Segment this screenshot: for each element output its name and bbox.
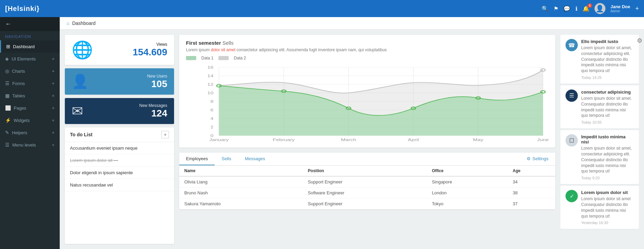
- col-position: Position: [303, 166, 427, 176]
- tabs-card: Employees Sells Messages ⚙ Settings Name: [179, 153, 555, 209]
- bell-icon[interactable]: 🔔 4: [583, 5, 589, 12]
- cell-age: 34: [507, 176, 555, 188]
- helpers-icon: ✎: [5, 130, 9, 135]
- avatar[interactable]: 👤: [595, 3, 605, 14]
- chart-legend: Data 1 Data 2: [186, 56, 548, 60]
- app-body: ← Navigation ⊞ Dashboard ◈ UI Elements +…: [0, 17, 644, 249]
- sidebar-item-left: ⊞ Dashboard: [6, 44, 35, 49]
- sidebar-item-label: Widgets: [14, 118, 30, 123]
- home-icon: ⌂: [67, 20, 69, 26]
- info-icon[interactable]: ℹ: [575, 5, 577, 12]
- todo-item: Dolor eligendi in ipsum sapiente: [65, 167, 174, 179]
- sidebar-item-tables[interactable]: ▦ Tables +: [0, 89, 60, 102]
- sidebar-item-label: Dashboard: [13, 44, 35, 49]
- forms-icon: ☰: [5, 81, 10, 86]
- chart-title: First semester Sells: [186, 40, 548, 46]
- plus-icon: +: [52, 130, 55, 135]
- sidebar-item-helpers[interactable]: ✎ Helpers +: [0, 126, 60, 139]
- sidebar-item-left: ⚡ Widgets: [5, 117, 30, 123]
- todo-item: Lorem ipsum dolor sit —: [65, 154, 174, 167]
- employees-table: Name Position Office Age Olivia Liang Su…: [179, 166, 555, 209]
- table-row: Sakura Yamamoto Support Engineer Tokyo 3…: [179, 198, 555, 209]
- plus-icon: +: [52, 117, 55, 123]
- sidebar-item-left: ☰ Menu levels: [5, 142, 36, 148]
- svg-text:4: 4: [211, 117, 214, 121]
- svg-text:February: February: [273, 138, 295, 142]
- todo-add-button[interactable]: +: [161, 131, 169, 138]
- new-users-data: New Users 105: [147, 74, 167, 89]
- new-messages-data: New Messages 124: [139, 103, 167, 119]
- left-column: 🌐 Views 154.609 👤 New Users 105: [65, 35, 174, 244]
- sidebar-item-left: ☰ Forms: [5, 81, 25, 86]
- sidebar-item-label: Forms: [12, 81, 25, 86]
- globe-icon: 🌐: [72, 40, 93, 60]
- notification-time: Today 9:20: [581, 176, 634, 180]
- cell-office: Tokyo: [427, 198, 507, 209]
- sidebar-item-label: Charts: [12, 69, 25, 74]
- sidebar-item-dashboard[interactable]: ⊞ Dashboard: [0, 40, 60, 53]
- legend-data2-label: Data 2: [234, 56, 246, 60]
- tab-sells[interactable]: Sells: [215, 153, 238, 165]
- plus-icon: +: [52, 105, 55, 111]
- todo-item: Accusantium eveniet ipsam neque: [65, 142, 174, 154]
- todo-item: Natus recusandae vel: [65, 179, 174, 191]
- cell-position: Support Engineer: [303, 198, 427, 209]
- plus-icon: +: [52, 93, 55, 98]
- tab-employees[interactable]: Employees: [179, 153, 215, 165]
- cell-name: Sakura Yamamoto: [179, 198, 303, 209]
- chart-subtitle-link[interactable]: dolor sit amet: [211, 47, 235, 52]
- plus-icon: +: [52, 56, 55, 61]
- main-content: 🌐 Views 154.609 👤 New Users 105: [60, 30, 644, 249]
- search-icon[interactable]: 🔍: [542, 5, 548, 12]
- todo-item-text: Dolor eligendi in ipsum sapiente: [70, 170, 133, 175]
- sidebar-item-charts[interactable]: ◎ Charts +: [0, 65, 60, 77]
- sidebar-item-left: ▦ Tables: [5, 93, 25, 98]
- notification-content: consectetur adipisicing Lorem ipsum dolo…: [581, 89, 634, 124]
- chat-icon[interactable]: 💬: [563, 5, 570, 12]
- add-icon[interactable]: +: [635, 5, 639, 12]
- sidebar-item-forms[interactable]: ☰ Forms +: [0, 77, 60, 89]
- sidebar-item-label: Helpers: [12, 130, 27, 135]
- breadcrumb: ⌂ Dashboard: [60, 17, 644, 30]
- sidebar-item-pages[interactable]: ⬜ Pages +: [0, 102, 60, 114]
- sidebar-toggle[interactable]: ←: [0, 17, 60, 31]
- cell-age: 37: [507, 198, 555, 209]
- svg-text:May: May: [473, 138, 484, 142]
- notification-time: Today 10:55: [581, 120, 634, 124]
- dashboard-icon: ⊞: [6, 44, 10, 49]
- sidebar-item-ui-elements[interactable]: ◈ UI Elements +: [0, 53, 60, 65]
- svg-text:March: March: [341, 138, 356, 142]
- todo-title: To do List: [70, 132, 92, 137]
- tab-settings[interactable]: ⚙ Settings: [520, 153, 555, 165]
- views-value: 154.609: [133, 47, 167, 58]
- pages-icon: ⬜: [5, 105, 11, 111]
- page-settings-icon[interactable]: ⚙: [637, 37, 642, 44]
- notification-content: Ello impedit iusto Lorem ipsum dolor sit…: [581, 39, 634, 80]
- table-header-row: Name Position Office Age: [179, 166, 555, 176]
- user-info: Jane Doe Admin: [611, 4, 630, 13]
- tab-messages[interactable]: Messages: [238, 153, 272, 165]
- notification-time: Yesterday 16:30: [581, 221, 634, 225]
- sidebar-item-left: ⬜ Pages: [5, 105, 26, 111]
- notification-body: Lorem ipsum dolor sit amet, consectetur …: [581, 146, 634, 174]
- topbar-icons: 🔍 ⚑ 💬 ℹ 🔔 4 👤 Jane Doe Admin +: [542, 3, 639, 14]
- sidebar-item-left: ◈ UI Elements: [5, 56, 36, 61]
- notification-item: ☐ Impedit iusto minima nisi Lorem ipsum …: [560, 130, 639, 184]
- notification-phone-icon: ☎: [566, 39, 578, 51]
- sidebar-item-menu-levels[interactable]: ☰ Menu levels +: [0, 139, 60, 151]
- todo-item-text: Accusantium eveniet ipsam neque: [70, 146, 138, 151]
- chart-area: 0 2 4 6 8 10 12 14 16 January February: [186, 64, 548, 142]
- toggle-button[interactable]: ←: [5, 20, 11, 28]
- new-users-label: New Users: [147, 74, 167, 79]
- sidebar: ← Navigation ⊞ Dashboard ◈ UI Elements +…: [0, 17, 60, 249]
- tabs-header: Employees Sells Messages ⚙ Settings: [179, 153, 555, 166]
- svg-text:14: 14: [207, 74, 214, 78]
- middle-column: First semester Sells Lorem ipsum dolor s…: [179, 35, 555, 244]
- flag-icon[interactable]: ⚑: [554, 5, 558, 12]
- cell-office: London: [427, 188, 507, 198]
- svg-text:0: 0: [211, 134, 214, 138]
- topbar: [Helsinki} 🔍 ⚑ 💬 ℹ 🔔 4 👤 Jane Doe Admin …: [0, 0, 644, 17]
- new-users-value: 105: [147, 79, 167, 89]
- sidebar-item-widgets[interactable]: ⚡ Widgets +: [0, 114, 60, 126]
- widgets-icon: ⚡: [5, 117, 11, 123]
